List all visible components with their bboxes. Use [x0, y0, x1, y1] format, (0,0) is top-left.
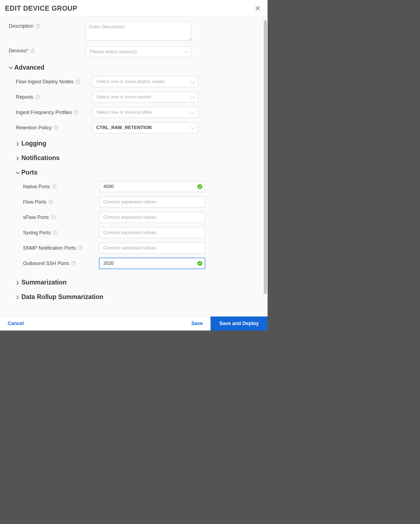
help-icon[interactable]: ? [78, 246, 83, 250]
select-placeholder: Select one or more profiles [96, 110, 152, 115]
sflow-ports-input[interactable] [99, 212, 205, 223]
row-description: Description ? [0, 19, 268, 44]
chevron-right-icon [15, 281, 19, 285]
sflow-ports-label: sFlow Ports [23, 215, 49, 220]
help-icon[interactable]: ? [35, 95, 40, 99]
chevron-down-icon [16, 170, 20, 174]
chevron-down-icon [191, 109, 195, 114]
flow-ports-input[interactable] [99, 197, 205, 207]
edit-device-group-modal: EDIT DEVICE GROUP Description ? Devices*… [0, 0, 268, 331]
description-label: Description [9, 23, 33, 29]
modal-footer: Cancel Save Save and Deploy [0, 316, 268, 331]
description-textarea[interactable] [86, 22, 191, 41]
devices-select[interactable]: Please select option(s). [86, 46, 191, 57]
valid-check-icon [197, 184, 202, 189]
devices-label: Devices* [9, 48, 28, 54]
chevron-down-icon [191, 94, 195, 99]
row-sflow-ports: sFlow Ports ? [0, 210, 268, 225]
save-and-deploy-button[interactable]: Save and Deploy [211, 317, 268, 331]
section-ports-header[interactable]: Ports [0, 164, 268, 179]
retention-policy-select[interactable]: CTRL_RAW_RETENTION [92, 122, 198, 133]
flow-ingest-deploy-nodes-label: Flow Ingest Deploy Nodes [16, 79, 73, 85]
select-value: CTRL_RAW_RETENTION [96, 125, 152, 130]
row-flow-ports: Flow Ports ? [0, 194, 268, 210]
select-placeholder: Select one or more deploy nodes [96, 79, 165, 84]
section-notifications-title: Notifications [21, 154, 59, 162]
section-logging-title: Logging [21, 140, 46, 147]
retention-policy-label: Retention Policy [16, 125, 52, 131]
help-icon[interactable]: ? [49, 200, 53, 204]
modal-header: EDIT DEVICE GROUP [0, 0, 268, 17]
help-icon[interactable]: ? [71, 261, 76, 266]
chevron-right-icon [15, 156, 19, 160]
chevron-down-icon [191, 125, 195, 129]
row-retention-policy: Retention Policy ? CTRL_RAW_RETENTION [0, 120, 268, 135]
row-outbound-ssh-ports: Outbound SSH Ports ? [0, 256, 268, 271]
chevron-down-icon [191, 79, 195, 83]
modal-title: EDIT DEVICE GROUP [5, 4, 77, 12]
modal-body: Description ? Devices* ? Please select o… [0, 17, 268, 316]
help-icon[interactable]: ? [51, 215, 55, 220]
flow-ports-label: Flow Ports [23, 199, 46, 205]
chevron-right-icon [15, 295, 19, 299]
row-ingest-frequency-profiles: Ingest Frequency Profiles ? Select one o… [0, 105, 268, 120]
outbound-ssh-ports-input[interactable] [99, 258, 205, 269]
snmp-ports-label: SNMP Notification Ports [23, 245, 76, 251]
help-icon[interactable]: ? [54, 126, 58, 130]
cancel-button[interactable]: Cancel [0, 317, 32, 331]
reports-select[interactable]: Select one or more reports [92, 92, 198, 102]
help-icon[interactable]: ? [74, 110, 78, 115]
row-syslog-ports: Syslog Ports ? [0, 225, 268, 240]
outbound-ssh-ports-label: Outbound SSH Ports [23, 261, 69, 266]
row-devices: Devices* ? Please select option(s). [0, 44, 268, 59]
help-icon[interactable]: ? [30, 49, 35, 53]
row-flow-ingest-deploy-nodes: Flow Ingest Deploy Nodes ? Select one or… [0, 74, 268, 89]
section-advanced-title: Advanced [14, 64, 44, 71]
help-icon[interactable]: ? [76, 79, 80, 84]
section-data-rollup-header[interactable]: Data Rollup Summarization [0, 289, 268, 303]
section-advanced-header[interactable]: Advanced [0, 59, 268, 74]
syslog-ports-label: Syslog Ports [23, 230, 51, 236]
flow-ingest-deploy-nodes-select[interactable]: Select one or more deploy nodes [92, 76, 198, 87]
scrollbar-track[interactable] [264, 17, 267, 316]
native-ports-input[interactable] [99, 181, 205, 192]
help-icon[interactable]: ? [36, 24, 40, 29]
snmp-ports-input[interactable] [99, 243, 205, 254]
section-summarization-title: Summarization [21, 279, 67, 286]
close-button[interactable] [253, 4, 262, 13]
help-icon[interactable]: ? [52, 184, 56, 189]
native-ports-label: Native Ports [23, 184, 50, 190]
valid-check-icon [197, 261, 202, 266]
scrollbar-thumb[interactable] [264, 20, 267, 294]
section-ports-title: Ports [21, 169, 38, 176]
row-reports: Reports ? Select one or more reports [0, 89, 268, 105]
devices-placeholder: Please select option(s). [90, 49, 138, 55]
section-data-rollup-title: Data Rollup Summarization [21, 293, 103, 301]
ingest-frequency-profiles-label: Ingest Frequency Profiles [16, 110, 72, 115]
section-logging-header[interactable]: Logging [0, 135, 268, 150]
row-snmp-ports: SNMP Notification Ports ? [0, 240, 268, 256]
ingest-frequency-profiles-select[interactable]: Select one or more profiles [92, 107, 198, 118]
reports-label: Reports [16, 94, 33, 100]
section-notifications-header[interactable]: Notifications [0, 150, 268, 164]
select-placeholder: Select one or more reports [96, 94, 151, 100]
chevron-right-icon [15, 142, 19, 146]
close-icon [255, 5, 261, 11]
syslog-ports-input[interactable] [99, 227, 205, 238]
help-icon[interactable]: ? [53, 230, 57, 235]
save-button[interactable]: Save [184, 317, 211, 331]
row-native-ports: Native Ports ? [0, 179, 268, 194]
chevron-down-icon [9, 65, 13, 69]
section-summarization-header[interactable]: Summarization [0, 271, 268, 289]
chevron-down-icon [184, 49, 189, 53]
